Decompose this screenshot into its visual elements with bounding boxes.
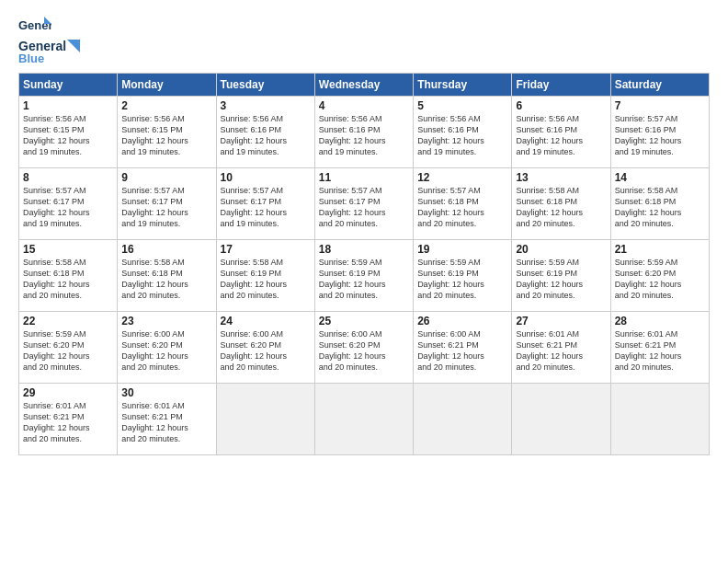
svg-marker-2 <box>67 40 80 52</box>
day-info: Sunrise: 6:00 AMSunset: 6:20 PMDaylight:… <box>319 328 409 373</box>
calendar-cell: 12Sunrise: 5:57 AMSunset: 6:18 PMDayligh… <box>414 168 512 240</box>
calendar-cell <box>216 384 314 455</box>
calendar-cell: 10Sunrise: 5:57 AMSunset: 6:17 PMDayligh… <box>216 168 314 240</box>
day-info: Sunrise: 5:57 AMSunset: 6:17 PMDaylight:… <box>319 185 409 230</box>
calendar-cell: 26Sunrise: 6:00 AMSunset: 6:21 PMDayligh… <box>414 312 512 384</box>
day-info: Sunrise: 6:01 AMSunset: 6:21 PMDaylight:… <box>615 328 705 373</box>
day-number: 12 <box>417 171 507 184</box>
day-number: 21 <box>615 243 705 256</box>
day-number: 25 <box>319 315 409 327</box>
day-number: 26 <box>417 315 507 327</box>
day-info: Sunrise: 5:58 AMSunset: 6:18 PMDaylight:… <box>516 185 606 230</box>
day-info: Sunrise: 5:57 AMSunset: 6:18 PMDaylight:… <box>417 185 507 230</box>
week-row-3: 15Sunrise: 5:58 AMSunset: 6:18 PMDayligh… <box>19 240 710 312</box>
calendar-cell: 5Sunrise: 5:56 AMSunset: 6:16 PMDaylight… <box>414 97 512 168</box>
calendar-cell: 4Sunrise: 5:56 AMSunset: 6:16 PMDaylight… <box>314 97 413 168</box>
calendar-cell: 21Sunrise: 5:59 AMSunset: 6:20 PMDayligh… <box>610 240 709 312</box>
logo-blue: Blue <box>18 52 44 65</box>
day-info: Sunrise: 5:57 AMSunset: 6:17 PMDaylight:… <box>221 185 311 230</box>
day-number: 23 <box>121 315 211 327</box>
day-number: 11 <box>319 171 409 184</box>
weekday-header-monday: Monday <box>118 74 216 97</box>
page: General General Blue SundayMondayTuesday… <box>0 0 728 563</box>
day-number: 24 <box>221 315 311 327</box>
weekday-header-thursday: Thursday <box>414 74 512 97</box>
calendar-cell: 7Sunrise: 5:57 AMSunset: 6:16 PMDaylight… <box>610 97 709 168</box>
day-number: 30 <box>121 386 211 399</box>
week-row-5: 29Sunrise: 6:01 AMSunset: 6:21 PMDayligh… <box>19 384 710 455</box>
day-info: Sunrise: 5:56 AMSunset: 6:16 PMDaylight:… <box>319 113 409 158</box>
week-row-2: 8Sunrise: 5:57 AMSunset: 6:17 PMDaylight… <box>19 168 710 240</box>
calendar-cell: 16Sunrise: 5:58 AMSunset: 6:18 PMDayligh… <box>118 240 216 312</box>
calendar-cell: 9Sunrise: 5:57 AMSunset: 6:17 PMDaylight… <box>118 168 216 240</box>
calendar-cell <box>414 384 512 455</box>
week-row-4: 22Sunrise: 5:59 AMSunset: 6:20 PMDayligh… <box>19 312 710 384</box>
calendar-cell: 11Sunrise: 5:57 AMSunset: 6:17 PMDayligh… <box>314 168 413 240</box>
day-info: Sunrise: 5:56 AMSunset: 6:16 PMDaylight:… <box>417 113 507 158</box>
calendar-cell <box>610 384 709 455</box>
day-number: 7 <box>615 99 705 112</box>
calendar-cell: 13Sunrise: 5:58 AMSunset: 6:18 PMDayligh… <box>512 168 610 240</box>
calendar-cell: 18Sunrise: 5:59 AMSunset: 6:19 PMDayligh… <box>314 240 413 312</box>
day-info: Sunrise: 5:57 AMSunset: 6:16 PMDaylight:… <box>615 113 705 158</box>
day-info: Sunrise: 6:00 AMSunset: 6:21 PMDaylight:… <box>417 328 507 373</box>
day-number: 9 <box>121 171 211 184</box>
calendar-cell: 19Sunrise: 5:59 AMSunset: 6:19 PMDayligh… <box>414 240 512 312</box>
day-number: 5 <box>417 99 507 112</box>
calendar-cell: 14Sunrise: 5:58 AMSunset: 6:18 PMDayligh… <box>610 168 709 240</box>
calendar-cell: 8Sunrise: 5:57 AMSunset: 6:17 PMDaylight… <box>19 168 118 240</box>
day-info: Sunrise: 6:01 AMSunset: 6:21 PMDaylight:… <box>23 400 113 445</box>
day-info: Sunrise: 5:56 AMSunset: 6:16 PMDaylight:… <box>516 113 606 158</box>
day-info: Sunrise: 5:58 AMSunset: 6:18 PMDaylight:… <box>615 185 705 230</box>
calendar-cell: 17Sunrise: 5:58 AMSunset: 6:19 PMDayligh… <box>216 240 314 312</box>
day-info: Sunrise: 5:59 AMSunset: 6:19 PMDaylight:… <box>417 257 507 302</box>
day-number: 2 <box>121 99 211 112</box>
day-number: 1 <box>23 99 113 112</box>
day-info: Sunrise: 5:58 AMSunset: 6:18 PMDaylight:… <box>23 257 113 302</box>
day-info: Sunrise: 5:56 AMSunset: 6:15 PMDaylight:… <box>121 113 211 158</box>
day-info: Sunrise: 5:58 AMSunset: 6:19 PMDaylight:… <box>221 257 311 302</box>
day-info: Sunrise: 5:59 AMSunset: 6:20 PMDaylight:… <box>23 328 113 373</box>
calendar-cell: 22Sunrise: 5:59 AMSunset: 6:20 PMDayligh… <box>19 312 118 384</box>
logo: General General Blue <box>18 15 80 65</box>
day-number: 16 <box>121 243 211 256</box>
day-number: 8 <box>23 171 113 184</box>
day-number: 4 <box>319 99 409 112</box>
day-number: 17 <box>221 243 311 256</box>
day-info: Sunrise: 5:56 AMSunset: 6:15 PMDaylight:… <box>23 113 113 158</box>
day-number: 3 <box>221 99 311 112</box>
day-number: 29 <box>23 386 113 399</box>
calendar-cell: 28Sunrise: 6:01 AMSunset: 6:21 PMDayligh… <box>610 312 709 384</box>
day-info: Sunrise: 6:00 AMSunset: 6:20 PMDaylight:… <box>221 328 311 373</box>
day-number: 15 <box>23 243 113 256</box>
day-info: Sunrise: 6:01 AMSunset: 6:21 PMDaylight:… <box>121 400 211 445</box>
day-info: Sunrise: 5:57 AMSunset: 6:17 PMDaylight:… <box>121 185 211 230</box>
day-info: Sunrise: 5:59 AMSunset: 6:19 PMDaylight:… <box>319 257 409 302</box>
calendar-cell: 1Sunrise: 5:56 AMSunset: 6:15 PMDaylight… <box>19 97 118 168</box>
weekday-header-tuesday: Tuesday <box>216 74 314 97</box>
calendar-cell: 30Sunrise: 6:01 AMSunset: 6:21 PMDayligh… <box>118 384 216 455</box>
day-number: 22 <box>23 315 113 327</box>
day-number: 19 <box>417 243 507 256</box>
calendar-cell: 6Sunrise: 5:56 AMSunset: 6:16 PMDaylight… <box>512 97 610 168</box>
logo-triangle-icon <box>67 40 80 52</box>
day-number: 14 <box>615 171 705 184</box>
weekday-header-sunday: Sunday <box>19 74 118 97</box>
weekday-header-saturday: Saturday <box>610 74 709 97</box>
day-number: 6 <box>516 99 606 112</box>
day-info: Sunrise: 5:59 AMSunset: 6:19 PMDaylight:… <box>516 257 606 302</box>
day-number: 20 <box>516 243 606 256</box>
calendar-cell: 20Sunrise: 5:59 AMSunset: 6:19 PMDayligh… <box>512 240 610 312</box>
calendar-cell: 3Sunrise: 5:56 AMSunset: 6:16 PMDaylight… <box>216 97 314 168</box>
day-info: Sunrise: 5:58 AMSunset: 6:18 PMDaylight:… <box>121 257 211 302</box>
calendar-cell: 27Sunrise: 6:01 AMSunset: 6:21 PMDayligh… <box>512 312 610 384</box>
calendar-cell: 15Sunrise: 5:58 AMSunset: 6:18 PMDayligh… <box>19 240 118 312</box>
day-info: Sunrise: 5:57 AMSunset: 6:17 PMDaylight:… <box>23 185 113 230</box>
day-number: 27 <box>516 315 606 327</box>
day-number: 18 <box>319 243 409 256</box>
calendar: SundayMondayTuesdayWednesdayThursdayFrid… <box>18 73 710 455</box>
day-info: Sunrise: 6:01 AMSunset: 6:21 PMDaylight:… <box>516 328 606 373</box>
day-number: 10 <box>221 171 311 184</box>
day-info: Sunrise: 5:59 AMSunset: 6:20 PMDaylight:… <box>615 257 705 302</box>
calendar-cell: 2Sunrise: 5:56 AMSunset: 6:15 PMDaylight… <box>118 97 216 168</box>
